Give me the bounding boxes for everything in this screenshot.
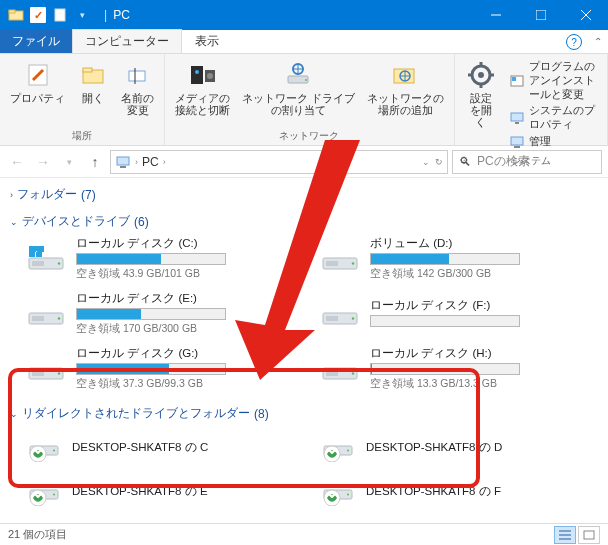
svg-rect-29 xyxy=(511,113,523,121)
content-pane: › フォルダー (7) ⌄ デバイスとドライブ (6) ローカル ディスク (C… xyxy=(0,178,608,518)
nav-history-dropdown[interactable]: ▾ xyxy=(58,151,80,173)
ribbon-collapse-icon[interactable]: ⌃ xyxy=(594,36,602,47)
svg-point-58 xyxy=(352,372,354,374)
redirected-drive-name: DESKTOP-SHKATF8 の C xyxy=(72,440,208,455)
redirected-drive-icon xyxy=(320,476,356,506)
chevron-down-icon: ⌄ xyxy=(10,217,18,227)
drive-item[interactable]: ローカル ディスク (E:) 空き領域 170 GB/300 GB xyxy=(26,291,300,336)
rename-button[interactable]: 名前の 変更 xyxy=(117,58,158,127)
tab-view[interactable]: 表示 xyxy=(182,29,232,53)
svg-point-13 xyxy=(195,70,199,74)
redirected-drive-icon xyxy=(26,476,62,506)
svg-point-49 xyxy=(58,317,60,319)
svg-rect-51 xyxy=(326,316,338,321)
redirected-drive-item[interactable]: DESKTOP-SHKATF8 の C xyxy=(26,432,300,462)
drive-free-space: 空き領域 37.3 GB/99.3 GB xyxy=(76,377,300,391)
drive-icon xyxy=(320,299,360,329)
drive-icon xyxy=(320,244,360,274)
drive-icon xyxy=(26,354,66,384)
close-button[interactable] xyxy=(563,0,608,30)
svg-rect-33 xyxy=(120,166,126,168)
drive-item[interactable]: ボリューム (D:) 空き領域 142 GB/300 GB xyxy=(320,236,594,281)
svg-rect-41 xyxy=(36,246,42,251)
media-connect-button[interactable]: メディアの 接続と切断 xyxy=(171,58,234,127)
add-network-location-button[interactable]: ネットワークの 場所の追加 xyxy=(363,58,448,127)
titlebar: ✓ ▾ | PC xyxy=(0,0,608,30)
drive-free-space: 空き領域 170 GB/300 GB xyxy=(76,322,300,336)
drive-name: ローカル ディスク (C:) xyxy=(76,236,300,251)
drive-item[interactable]: ローカル ディスク (G:) 空き領域 37.3 GB/99.3 GB xyxy=(26,346,300,391)
redirected-drive-item[interactable]: DESKTOP-SHKATF8 の F xyxy=(320,476,594,506)
group-devices[interactable]: ⌄ デバイスとドライブ (6) xyxy=(8,207,600,234)
tab-computer[interactable]: コンピューター xyxy=(72,29,182,53)
svg-point-36 xyxy=(58,262,60,264)
qat-doc-icon[interactable] xyxy=(52,7,68,23)
redirected-drive-name: DESKTOP-SHKATF8 の F xyxy=(366,484,501,499)
window-title: PC xyxy=(113,8,130,22)
address-bar: ← → ▾ ↑ › PC › ⌄ ↻ 🔍︎ PCの検索 xyxy=(0,146,608,178)
redirected-drive-item[interactable]: DESKTOP-SHKATF8 の D xyxy=(320,432,594,462)
svg-rect-42 xyxy=(29,252,35,257)
item-count: 21 個の項目 xyxy=(8,527,67,542)
drive-name: ローカル ディスク (F:) xyxy=(370,298,594,313)
folder-icon xyxy=(8,7,24,23)
svg-rect-10 xyxy=(129,71,145,81)
minimize-button[interactable] xyxy=(473,0,518,30)
refresh-dropdown-icon[interactable]: ⌄ ↻ xyxy=(422,157,443,167)
manage-button[interactable]: 管理 xyxy=(509,134,597,150)
uninstall-programs-button[interactable]: プログラムのアンインストールと変更 xyxy=(509,60,597,102)
redirected-drive-name: DESKTOP-SHKATF8 の E xyxy=(72,484,208,499)
drive-name: ローカル ディスク (E:) xyxy=(76,291,300,306)
redirected-drive-icon xyxy=(26,432,62,462)
svg-point-69 xyxy=(347,494,349,496)
svg-rect-31 xyxy=(511,137,523,145)
address-input[interactable]: › PC › ⌄ ↻ xyxy=(110,150,448,174)
qat-checkbox-icon[interactable]: ✓ xyxy=(30,7,46,23)
network-drive-button[interactable]: ネットワーク ドライブ の割り当て xyxy=(238,58,359,127)
drive-item[interactable]: ローカル ディスク (H:) 空き領域 13.3 GB/13.3 GB xyxy=(320,346,594,391)
drive-icon xyxy=(26,299,66,329)
open-settings-button[interactable]: 設定 を開く xyxy=(461,58,501,130)
svg-rect-35 xyxy=(32,261,44,266)
nav-forward-button[interactable]: → xyxy=(32,151,54,173)
search-input[interactable]: 🔍︎ PCの検索 xyxy=(452,150,602,174)
breadcrumb-pc[interactable]: PC xyxy=(142,155,159,169)
maximize-button[interactable] xyxy=(518,0,563,30)
view-icons-button[interactable] xyxy=(578,526,600,544)
group-redirected[interactable]: ⌄ リダイレクトされたドライブとフォルダー (8) xyxy=(8,399,600,426)
group-folders[interactable]: › フォルダー (7) xyxy=(8,180,600,207)
redirected-drive-name: DESKTOP-SHKATF8 の D xyxy=(366,440,502,455)
drive-free-space: 空き領域 142 GB/300 GB xyxy=(370,267,594,281)
drive-item[interactable]: ローカル ディスク (F:) xyxy=(320,291,594,336)
help-button[interactable]: ? xyxy=(566,34,582,50)
chevron-down-icon: ⌄ xyxy=(10,409,18,419)
drive-item[interactable]: ローカル ディスク (C:) 空き領域 43.9 GB/101 GB xyxy=(26,236,300,281)
svg-rect-16 xyxy=(288,76,308,83)
ribbon-tabs: ファイル コンピューター 表示 ⌃ ? xyxy=(0,30,608,54)
svg-rect-32 xyxy=(117,157,129,165)
svg-rect-1 xyxy=(9,10,15,13)
system-property-button[interactable]: システムのプロパティ xyxy=(509,104,597,132)
svg-rect-45 xyxy=(326,261,338,266)
svg-point-63 xyxy=(347,450,349,452)
status-bar: 21 個の項目 xyxy=(0,523,608,545)
svg-rect-75 xyxy=(584,531,594,539)
svg-point-60 xyxy=(53,450,55,452)
drive-name: ローカル ディスク (G:) xyxy=(76,346,300,361)
redirected-drive-item[interactable]: DESKTOP-SHKATF8 の E xyxy=(26,476,300,506)
nav-back-button[interactable]: ← xyxy=(6,151,28,173)
nav-up-button[interactable]: ↑ xyxy=(84,151,106,173)
qat-dropdown-icon[interactable]: ▾ xyxy=(74,7,90,23)
svg-rect-9 xyxy=(83,68,92,72)
svg-rect-28 xyxy=(512,77,516,81)
view-details-button[interactable] xyxy=(554,526,576,544)
svg-rect-57 xyxy=(326,371,338,376)
ribbon: プロパティ 開く 名前の 変更 場所 メディアの 接続と切断 ネットワーク ドラ… xyxy=(0,54,608,146)
open-button[interactable]: 開く xyxy=(73,58,113,127)
svg-rect-2 xyxy=(55,9,65,21)
chevron-right-icon: › xyxy=(10,190,13,200)
property-button[interactable]: プロパティ xyxy=(6,58,69,127)
svg-point-66 xyxy=(53,494,55,496)
tab-file[interactable]: ファイル xyxy=(0,30,72,53)
svg-point-46 xyxy=(352,262,354,264)
